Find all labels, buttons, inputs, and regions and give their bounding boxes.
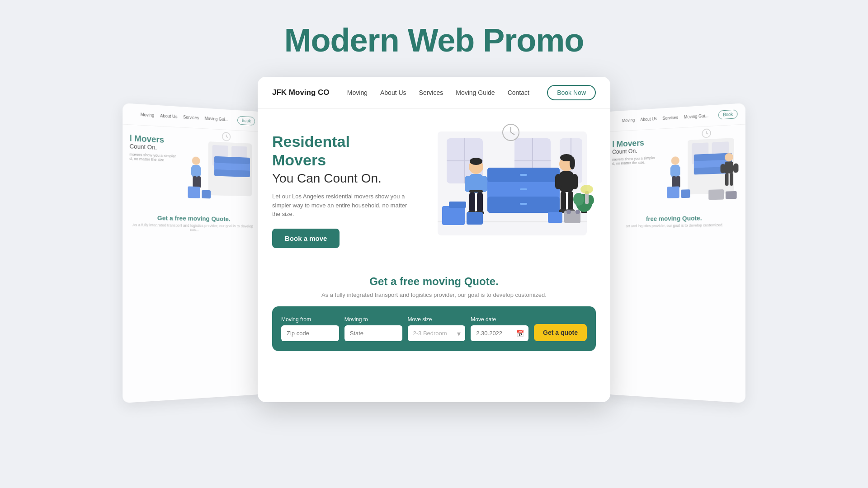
svg-rect-88 — [681, 189, 690, 198]
svg-rect-12 — [191, 166, 194, 176]
side-left-hero: l Movers Count On. movers show you a sim… — [123, 124, 262, 212]
svg-rect-9 — [214, 169, 250, 177]
side-right-illustration-wrap — [663, 133, 739, 203]
hero-cta-button[interactable]: Book a move — [272, 229, 340, 248]
moving-from-field: Moving from — [281, 316, 339, 341]
navbar-book-button[interactable]: Book Now — [547, 85, 596, 100]
clock-icon — [502, 123, 520, 141]
carousel-area: Moving About Us Services Moving Gui... B… — [0, 77, 868, 429]
hero-subtitle: You Can Count On. — [272, 171, 408, 186]
navbar-links: Moving About Us Services Moving Guide Co… — [347, 89, 529, 97]
svg-rect-42 — [469, 192, 475, 213]
svg-rect-92 — [733, 163, 738, 173]
svg-line-20 — [511, 132, 514, 135]
side-left-illustration — [184, 136, 255, 204]
nav-services[interactable]: Services — [419, 89, 443, 97]
page-title-area: Modern Web Promo — [0, 0, 868, 77]
side-left-nav-links: Moving About Us Services Moving Gui... — [141, 112, 228, 122]
left-side-card: Moving About Us Services Moving Gui... B… — [123, 103, 262, 403]
move-date-field: Move date 📅 — [471, 316, 528, 341]
side-left-quote-desc: As a fully integrated transport and logi… — [123, 223, 262, 236]
svg-rect-39 — [469, 174, 483, 193]
svg-rect-68 — [548, 212, 562, 223]
side-right-illustration — [663, 133, 739, 203]
svg-point-70 — [580, 185, 593, 194]
movers-illustration-svg — [424, 127, 596, 253]
move-date-input[interactable] — [471, 325, 528, 341]
moving-to-label: Moving to — [344, 316, 402, 323]
move-date-label: Move date — [471, 316, 528, 323]
main-card: JFK Moving CO Moving About Us Services M… — [258, 77, 610, 402]
moving-from-label: Moving from — [281, 316, 339, 323]
svg-point-81 — [671, 156, 679, 165]
svg-rect-51 — [560, 171, 573, 192]
svg-rect-13 — [198, 167, 201, 176]
hero-illustration — [408, 127, 596, 253]
moving-from-input[interactable] — [281, 325, 339, 341]
move-size-select[interactable]: 2-3 Bedroom Studio 1 Bedroom 4+ Bedroom — [408, 325, 466, 341]
move-size-field: Move size 2-3 Bedroom Studio 1 Bedroom 4… — [408, 316, 466, 341]
side-right-hero-desc: movers show you a simplerd, no matter th… — [612, 155, 660, 165]
side-right-book-btn[interactable]: Book — [718, 109, 738, 119]
nav-moving[interactable]: Moving — [347, 89, 368, 97]
side-left-quote-title: Get a free moving Quote. — [123, 210, 262, 224]
svg-rect-40 — [465, 176, 471, 192]
svg-rect-94 — [730, 173, 733, 186]
svg-rect-85 — [672, 176, 676, 188]
svg-rect-95 — [708, 189, 724, 200]
svg-point-63 — [576, 210, 580, 214]
quote-title: Get a free moving Quote. — [272, 275, 596, 288]
side-right-quote-desc: ort and logistics provider, our goal is … — [606, 223, 745, 232]
get-quote-button[interactable]: Get a quote — [534, 324, 587, 341]
quote-form: Moving from Moving to Move size 2-3 Bedr… — [272, 306, 596, 351]
svg-rect-37 — [520, 203, 527, 205]
quote-section: Get a free moving Quote. As a fully inte… — [258, 263, 610, 351]
svg-rect-43 — [477, 192, 483, 213]
svg-rect-59 — [449, 202, 466, 208]
quote-description: As a fully integrated transport and logi… — [272, 291, 596, 298]
side-left-clock-icon — [222, 132, 231, 143]
right-side-card: Moving About Us Services Moving Gui... B… — [606, 103, 745, 403]
svg-point-62 — [566, 210, 571, 214]
svg-rect-46 — [469, 190, 483, 192]
nav-guide[interactable]: Moving Guide — [456, 89, 495, 97]
svg-line-2 — [226, 136, 228, 137]
move-size-label: Move size — [408, 316, 466, 323]
svg-rect-54 — [561, 191, 566, 211]
svg-rect-91 — [721, 164, 726, 173]
hero-text: Residental Movers You Can Count On. Let … — [272, 132, 408, 248]
svg-rect-90 — [725, 161, 733, 174]
svg-rect-58 — [442, 206, 465, 225]
side-left-hero-text: l Movers Count On. movers show you a sim… — [130, 133, 180, 203]
svg-rect-96 — [726, 191, 737, 199]
page-title-bold: Web Promo — [408, 22, 584, 58]
svg-line-73 — [707, 133, 708, 134]
hero-section: Residental Movers You Can Count On. Let … — [258, 109, 610, 263]
svg-rect-35 — [520, 174, 527, 176]
moving-to-field: Moving to — [344, 316, 402, 341]
svg-rect-83 — [670, 167, 674, 176]
nav-about[interactable]: About Us — [380, 89, 406, 97]
side-right-hero-text: l Movers Count On. movers show you a sim… — [612, 137, 660, 205]
moving-to-input[interactable] — [344, 325, 402, 341]
svg-point-47 — [470, 158, 482, 165]
svg-point-66 — [573, 193, 584, 206]
svg-rect-15 — [197, 176, 201, 188]
main-navbar: JFK Moving CO Moving About Us Services M… — [258, 77, 610, 109]
hero-title: Residental Movers — [272, 132, 408, 169]
navbar-brand: JFK Moving CO — [272, 88, 330, 97]
svg-point-10 — [192, 156, 200, 165]
svg-rect-86 — [676, 176, 680, 188]
svg-rect-53 — [571, 174, 578, 189]
side-right-hero: l Movers Count On. movers show you a sim… — [606, 124, 745, 212]
svg-rect-36 — [520, 188, 527, 190]
svg-rect-17 — [202, 190, 211, 199]
nav-contact[interactable]: Contact — [508, 89, 529, 97]
side-left-illustration-wrap — [184, 136, 255, 204]
svg-rect-14 — [193, 176, 197, 188]
move-date-wrapper: 📅 — [471, 325, 528, 341]
move-size-select-wrapper: 2-3 Bedroom Studio 1 Bedroom 4+ Bedroom — [408, 325, 466, 341]
side-left-book-btn[interactable]: Book — [237, 116, 255, 126]
svg-rect-84 — [677, 166, 680, 176]
page-main-title: Modern Web Promo — [0, 22, 868, 59]
